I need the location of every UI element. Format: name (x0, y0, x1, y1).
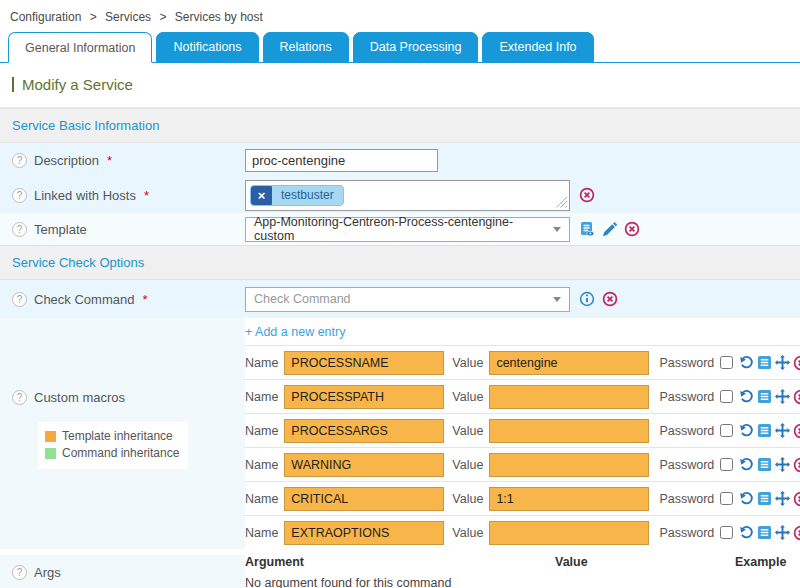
tab-notifications[interactable]: Notifications (156, 32, 258, 62)
circle-x-icon[interactable] (793, 525, 800, 541)
circle-x-icon[interactable] (793, 457, 800, 473)
close-icon[interactable] (251, 185, 272, 206)
tab-bar: General Information Notifications Relati… (0, 32, 800, 63)
breadcrumb-item-services[interactable]: Services (105, 10, 151, 24)
undo-icon[interactable] (739, 389, 754, 404)
macro-name-label: Name (245, 424, 278, 438)
breadcrumb-item-services-by-host[interactable]: Services by host (175, 10, 263, 24)
undo-icon[interactable] (739, 355, 754, 370)
macro-name-input[interactable] (284, 453, 444, 477)
circle-x-icon[interactable] (624, 221, 640, 237)
tab-relations[interactable]: Relations (263, 32, 349, 62)
required-marker: * (107, 153, 112, 168)
args-header-value: Value (555, 555, 735, 569)
macro-password-label: Password (659, 526, 714, 540)
move-icon[interactable] (775, 355, 790, 370)
macro-value-label: Value (452, 390, 483, 404)
move-icon[interactable] (775, 525, 790, 540)
question-circle-icon (12, 188, 27, 203)
template-select[interactable]: App-Monitoring-Centreon-Process-centengi… (245, 217, 570, 242)
macro-name-input[interactable] (284, 351, 444, 375)
undo-icon[interactable] (739, 457, 754, 472)
service-form-page: Configuration > Services > Services by h… (0, 0, 800, 588)
template-selected-value: App-Monitoring-Centreon-Process-centengi… (254, 215, 545, 243)
macro-name-label: Name (245, 458, 278, 472)
undo-icon[interactable] (739, 491, 754, 506)
add-macro-entry-link[interactable]: + Add a new entry (245, 325, 345, 339)
list-icon[interactable] (757, 389, 772, 404)
description-label: Description (34, 153, 99, 168)
check-command-row: Check Command * Check Command (0, 280, 800, 318)
macro-value-input[interactable] (489, 521, 649, 545)
macro-name-input[interactable] (284, 487, 444, 511)
password-checkbox[interactable] (720, 424, 733, 437)
macro-password-label: Password (659, 424, 714, 438)
circle-x-icon[interactable] (793, 389, 800, 405)
macro-name-label: Name (245, 526, 278, 540)
check-command-select[interactable]: Check Command (245, 287, 570, 312)
list-icon[interactable] (757, 355, 772, 370)
list-icon[interactable] (757, 491, 772, 506)
description-row: Description * (0, 143, 800, 177)
list-icon[interactable] (757, 423, 772, 438)
macro-inheritance-legend: Template inheritance Command inheritance (38, 422, 188, 469)
circle-x-icon[interactable] (793, 491, 800, 507)
info-icon[interactable] (579, 291, 595, 307)
template-row: Template App-Monitoring-Centreon-Process… (0, 213, 800, 245)
section-header-basic: Service Basic Information (0, 108, 800, 143)
macro-password-label: Password (659, 458, 714, 472)
macro-value-input[interactable] (489, 453, 649, 477)
move-icon[interactable] (775, 389, 790, 404)
macro-name-label: Name (245, 492, 278, 506)
move-icon[interactable] (775, 423, 790, 438)
linked-hosts-input[interactable]: testbuster (245, 180, 570, 211)
tab-data-processing[interactable]: Data Processing (353, 32, 479, 62)
macro-value-input[interactable] (489, 385, 649, 409)
circle-x-icon[interactable] (579, 187, 595, 203)
password-checkbox[interactable] (720, 390, 733, 403)
macro-value-input[interactable] (489, 419, 649, 443)
circle-x-icon[interactable] (793, 355, 800, 371)
circle-x-icon[interactable] (793, 423, 800, 439)
macro-name-input[interactable] (284, 521, 444, 545)
description-input[interactable] (245, 149, 438, 172)
required-marker: * (142, 292, 147, 307)
undo-icon[interactable] (739, 525, 754, 540)
macro-password-label: Password (659, 390, 714, 404)
undo-icon[interactable] (739, 423, 754, 438)
linked-hosts-row: Linked with Hosts * testbuster (0, 177, 800, 213)
macro-value-label: Value (452, 492, 483, 506)
list-icon[interactable] (757, 525, 772, 540)
move-icon[interactable] (775, 491, 790, 506)
password-checkbox[interactable] (720, 356, 733, 369)
breadcrumb-item-configuration[interactable]: Configuration (10, 10, 81, 24)
breadcrumb-separator: > (90, 10, 97, 24)
tab-general-information[interactable]: General Information (8, 32, 152, 63)
password-checkbox[interactable] (720, 458, 733, 471)
password-checkbox[interactable] (720, 492, 733, 505)
move-icon[interactable] (775, 457, 790, 472)
macro-name-input[interactable] (284, 385, 444, 409)
question-circle-icon (12, 565, 27, 580)
args-label: Args (34, 565, 61, 580)
circle-x-icon[interactable] (602, 291, 618, 307)
custom-macros-label: Custom macros (34, 390, 125, 405)
macro-row: Name Value Password (245, 481, 800, 515)
document-eye-icon[interactable] (579, 221, 595, 237)
macro-value-label: Value (452, 526, 483, 540)
title-bar-decoration (12, 77, 14, 92)
password-checkbox[interactable] (720, 526, 733, 539)
question-circle-icon (12, 222, 27, 237)
macro-value-input[interactable] (489, 351, 649, 375)
custom-macros-row: Custom macros Template inheritance Comma… (0, 318, 800, 549)
check-command-placeholder: Check Command (254, 292, 351, 306)
pencil-icon[interactable] (602, 222, 617, 237)
macro-password-label: Password (659, 492, 714, 506)
macro-value-input[interactable] (489, 487, 649, 511)
tab-extended-info[interactable]: Extended Info (482, 32, 593, 62)
command-inheritance-swatch (45, 448, 56, 459)
list-icon[interactable] (757, 457, 772, 472)
host-tag-label: testbuster (272, 188, 343, 202)
resize-handle[interactable] (556, 197, 567, 208)
macro-name-input[interactable] (284, 419, 444, 443)
